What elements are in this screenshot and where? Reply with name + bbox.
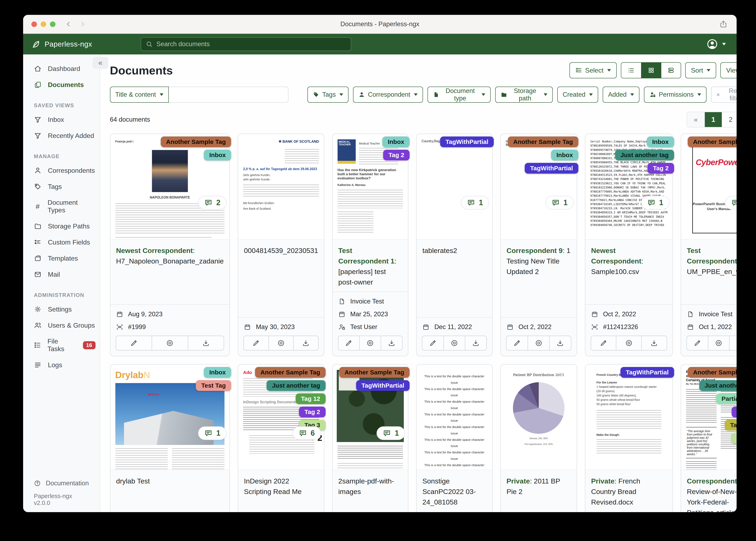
comment-count-pill[interactable]: 1 <box>641 196 670 210</box>
tag-chip[interactable]: Inbox <box>204 367 231 378</box>
tag-chip[interactable]: Inbox <box>647 137 674 147</box>
download-button[interactable] <box>293 336 318 350</box>
document-card[interactable]: one,1.0 five,5.0Another Sample TagInboxT… <box>500 134 577 356</box>
tag-chip[interactable]: TagWithPartial <box>356 380 410 391</box>
document-card[interactable]: CyberPowerPowerPanel® Business EditionUs… <box>681 134 737 356</box>
document-title-block[interactable]: 0004814539_20230531 <box>238 240 324 272</box>
pagination-page-1[interactable]: 1 <box>704 112 722 127</box>
pagination-page-2[interactable]: 2 <box>722 112 737 127</box>
tag-chip[interactable]: Just another tag <box>267 380 325 391</box>
minimize-window-button[interactable] <box>41 21 46 27</box>
document-card[interactable]: MEDICAL TEACHERMedical TeacherHas the ne… <box>332 134 409 356</box>
edit-button[interactable] <box>422 336 443 350</box>
filter-created-button[interactable]: Created <box>557 87 598 103</box>
sidebar-item-inbox[interactable]: Inbox <box>23 112 100 128</box>
tag-chip[interactable]: Tag 2 <box>647 163 674 174</box>
view-button[interactable] <box>268 336 293 350</box>
close-window-button[interactable] <box>31 21 37 27</box>
select-button[interactable]: Select <box>569 62 617 78</box>
tag-chip[interactable]: TagWithPartial <box>440 137 494 147</box>
sidebar-item-custom-fields[interactable]: Custom Fields <box>23 234 100 250</box>
sidebar-item-dashboard[interactable]: Dashboard <box>23 61 100 77</box>
edit-button[interactable] <box>244 336 268 350</box>
document-title-block[interactable]: Correspondent 9: 1 Testing New Title Upd… <box>501 240 577 281</box>
share-icon[interactable] <box>719 20 728 28</box>
view-button[interactable] <box>708 336 729 350</box>
tag-chip[interactable]: TagWithPartial <box>525 163 578 174</box>
download-button[interactable] <box>381 336 402 350</box>
tag-chip[interactable]: Partial Tag <box>716 393 737 404</box>
edit-button[interactable] <box>338 336 359 350</box>
sort-button[interactable]: Sort <box>685 62 716 78</box>
filter-permissions-button[interactable]: Permissions <box>644 87 706 103</box>
tag-chip[interactable]: Tag 2 <box>299 406 325 417</box>
browser-forward-icon[interactable] <box>79 21 86 28</box>
view-button[interactable] <box>152 336 188 350</box>
reset-filters-button[interactable]: ×Reset filters <box>711 87 737 103</box>
document-title-block[interactable]: 2sample-pdf-with-images <box>333 470 408 503</box>
document-title-block[interactable]: Newest Correspondent: H7_Napoleon_Bonapa… <box>110 240 230 272</box>
comment-count-pill[interactable]: 1 <box>198 426 227 440</box>
pagination-prev[interactable]: « <box>687 112 704 127</box>
comment-count-pill[interactable]: 6 <box>293 426 321 440</box>
document-card[interactable]: This is a test for the double space char… <box>416 364 493 512</box>
tag-chip[interactable]: Just another tag <box>615 150 674 161</box>
sidebar-item-document-types[interactable]: #Document Types <box>23 195 100 218</box>
view-detail-toggle[interactable] <box>661 63 681 78</box>
search-input[interactable] <box>156 40 346 48</box>
tag-chip[interactable]: Tag 222 <box>725 420 737 430</box>
document-card[interactable]: Patient BP Distribution 2011Normal, 150,… <box>500 364 577 512</box>
sidebar-item-tags[interactable]: Tags <box>23 179 100 195</box>
document-title-block[interactable]: Newest Correspondent: Sample100.csv <box>585 240 672 281</box>
document-card[interactable]: Boundary Waters TripAnother Sample TagTa… <box>332 364 409 512</box>
sidebar-item-recently-added[interactable]: Recently Added <box>23 128 100 144</box>
edit-button[interactable] <box>591 336 616 350</box>
edit-button[interactable] <box>116 336 152 350</box>
filter-tags-button[interactable]: Tags <box>307 87 348 103</box>
tag-chip[interactable]: Another Sample Tag <box>339 367 410 378</box>
user-menu[interactable] <box>706 38 726 50</box>
sidebar-item-users-groups[interactable]: Users & Groups <box>23 317 100 333</box>
view-list-toggle[interactable] <box>621 63 641 78</box>
document-card[interactable]: AdoInDesign Scripting DocumentationAnoth… <box>238 364 324 512</box>
sidebar-item-correspondents[interactable]: Correspondents <box>23 163 100 179</box>
tag-chip[interactable]: Tag 3 <box>732 433 737 444</box>
tag-chip[interactable]: Another Sample Tag <box>161 137 231 147</box>
sidebar-item-storage-paths[interactable]: Storage Paths <box>23 218 100 234</box>
tag-chip[interactable]: Tag 2 <box>732 406 737 417</box>
document-title-block[interactable]: drylab Test <box>110 470 230 503</box>
global-search[interactable] <box>141 37 351 51</box>
sidebar-item-file-tasks[interactable]: File Tasks16 <box>23 333 100 357</box>
filter-document-type-button[interactable]: Document type <box>428 87 491 103</box>
tag-chip[interactable]: Inbox <box>204 150 231 161</box>
document-card[interactable]: DrylabNNETFLIXInboxTest Tag1drylab TestY… <box>110 364 230 512</box>
sidebar-item-documents[interactable]: Documents <box>23 77 100 93</box>
browser-back-icon[interactable] <box>65 21 72 28</box>
tag-chip[interactable]: Another Sample Tag <box>688 137 737 147</box>
download-button[interactable] <box>729 336 737 350</box>
download-button[interactable] <box>549 336 571 350</box>
tag-chip[interactable]: Tag 2 <box>383 150 410 161</box>
document-title-block[interactable]: InDesign 2022 Scripting Read Me <box>238 470 324 503</box>
download-button[interactable] <box>465 336 486 350</box>
document-correspondent[interactable]: Test Correspondent 1 <box>338 247 395 265</box>
tag-chip[interactable]: Another Sample Tag <box>688 367 737 378</box>
views-button[interactable]: Views <box>720 62 737 78</box>
document-card[interactable]: French Country BreadFor the Leaven1 heap… <box>585 364 673 512</box>
view-button[interactable] <box>616 336 641 350</box>
sidebar-item-templates[interactable]: Templates <box>23 250 100 267</box>
download-button[interactable] <box>641 336 667 350</box>
filter-added-button[interactable]: Added <box>603 87 639 103</box>
sidebar-item-documentation[interactable]: Documentation <box>23 476 100 491</box>
comment-count-pill[interactable]: 1 <box>377 426 405 440</box>
document-correspondent[interactable]: Private <box>507 477 530 485</box>
view-button[interactable] <box>443 336 465 350</box>
download-button[interactable] <box>188 336 224 350</box>
sidebar-item-logs[interactable]: Logs <box>23 357 100 373</box>
comment-count-pill[interactable]: 4 <box>725 196 737 210</box>
document-correspondent[interactable]: Newest Correspondent <box>591 247 641 265</box>
tag-chip[interactable]: Another Sample Tag <box>508 137 578 147</box>
zoom-window-button[interactable] <box>50 21 56 27</box>
document-title-block[interactable]: tablerates2 <box>417 240 492 272</box>
document-correspondent[interactable]: Correspondent 9 <box>507 247 563 255</box>
